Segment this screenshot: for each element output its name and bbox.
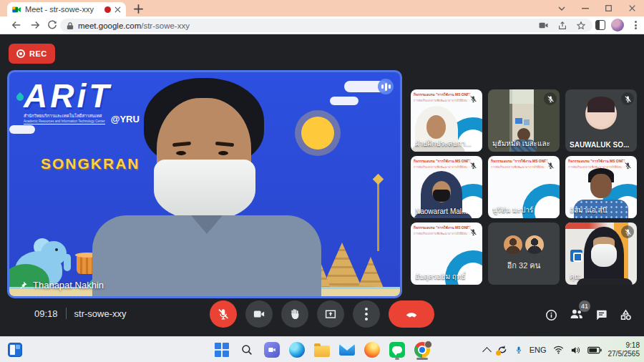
- line-app-icon[interactable]: [389, 340, 406, 360]
- address-bar[interactable]: meet.google.com/str-sowe-xxy: [60, 19, 592, 32]
- participant-name: นูรีฮัน มะปาร์: [492, 205, 533, 215]
- mail-icon[interactable]: [338, 340, 356, 360]
- participant-name: อับดุลรอฮิม ฤทธิ์: [415, 271, 466, 282]
- record-icon: [16, 49, 25, 58]
- participant-tile[interactable]: กิจกรรมอบรม "การใช้งาน MS ONEDRIVE" การจ…: [411, 222, 482, 285]
- activities-button[interactable]: [619, 308, 633, 322]
- taskbar-clock[interactable]: 9:18 27/5/2565: [608, 341, 640, 358]
- sync-status-icon[interactable]: [497, 344, 508, 356]
- divider: [66, 308, 67, 319]
- forward-button[interactable]: [29, 19, 42, 31]
- main-video-tile[interactable]: ARiT สำนักวิทยบริการและเทคโนโลยีสารสนเทศ…: [7, 70, 402, 298]
- bookmark-star-icon[interactable]: [576, 21, 586, 31]
- self-view-tile[interactable]: คุณ: [565, 222, 637, 285]
- url-text: meet.google.com/str-sowe-xxy: [78, 21, 190, 30]
- pinned-participant-label: Thanapat Nakhin: [18, 280, 104, 290]
- pin-icon: [18, 280, 28, 290]
- logo-subtitle: สำนักวิทยบริการและเทคโนโลยีสารสนเทศ Acad…: [24, 112, 105, 124]
- songkran-banner: SONGKRAN: [41, 155, 140, 172]
- logo-thai-text: สำนักวิทยบริการและเทคโนโลยีสารสนเทศ: [24, 112, 105, 119]
- participants-button[interactable]: 41: [569, 306, 584, 324]
- meeting-time: 09:18: [34, 308, 58, 319]
- meeting-info-button[interactable]: [545, 308, 558, 322]
- taskbar-center-icons: [213, 337, 431, 362]
- camera-button[interactable]: [245, 300, 273, 328]
- participant-tile[interactable]: กิจกรรมอบรม "การใช้งาน MS ONEDRIVE" การจ…: [411, 156, 482, 218]
- reload-button[interactable]: [46, 19, 59, 31]
- camera-in-use-icon[interactable]: [538, 20, 549, 31]
- participant-name: ฝ่ายฝึกประสบกา...: [415, 138, 472, 149]
- mic-muted-icon: [544, 159, 557, 172]
- participant-tile[interactable]: กิจกรรมอบรม "การใช้งาน MS ONEDRIVE" การจ…: [488, 156, 560, 218]
- speaker-face-mask: [154, 160, 255, 221]
- tab-recording-indicator: [104, 6, 111, 13]
- edge-browser-icon[interactable]: [288, 340, 306, 360]
- participant-tile[interactable]: กิจกรรมอบรม "การใช้งาน MS ONEDRIVE" การจ…: [565, 156, 637, 218]
- browser-tab-meet[interactable]: Meet - str-sowe-xxy: [7, 2, 126, 16]
- panel-controls: 41: [545, 306, 633, 324]
- participant-avatar: [585, 98, 617, 129]
- more-options-icon: [365, 308, 368, 321]
- url-domain: meet.google.com: [78, 21, 141, 30]
- participant-figure: [582, 227, 627, 285]
- meeting-details: 09:18 str-sowe-xxy: [34, 308, 127, 319]
- lock-icon: [67, 21, 74, 30]
- mic-muted-icon: [467, 159, 479, 172]
- background-logo: [570, 250, 582, 262]
- mic-mute-button[interactable]: [210, 300, 237, 328]
- browser-toolbar: meet.google.com/str-sowe-xxy: [0, 16, 644, 34]
- sun-decoration: [301, 117, 334, 150]
- participant-name: คุณ: [570, 271, 581, 282]
- more-options-button[interactable]: [353, 300, 380, 328]
- logo-yru-text: @YRU: [111, 114, 140, 124]
- volume-icon[interactable]: [570, 346, 581, 355]
- teams-chat-icon[interactable]: [263, 340, 280, 360]
- participant-tile[interactable]: มุฮัมหมัด เบสะและ: [488, 89, 560, 152]
- overflow-avatars: [504, 235, 544, 254]
- recording-badge[interactable]: REC: [9, 44, 55, 64]
- wifi-icon[interactable]: [553, 346, 564, 354]
- address-bar-icons: [538, 20, 586, 31]
- side-panel-icon[interactable]: [595, 20, 605, 30]
- main-participant-name: Thanapat Nakhin: [33, 280, 104, 290]
- profile-avatar[interactable]: [611, 19, 624, 31]
- close-window-button[interactable]: [620, 0, 644, 16]
- google-meet-icon: [12, 5, 21, 14]
- tab-close-icon[interactable]: [114, 6, 121, 13]
- mic-muted-icon: [467, 92, 479, 105]
- tab-search-icon[interactable]: [550, 0, 573, 16]
- battery-icon[interactable]: [587, 346, 602, 354]
- back-button[interactable]: [10, 19, 23, 31]
- share-icon[interactable]: [557, 21, 567, 31]
- participant-tile[interactable]: กิจกรรมอบรม "การใช้งาน MS ONEDRIVE" การจ…: [411, 89, 482, 152]
- participant-tile[interactable]: SAUWALUK SO...: [565, 89, 637, 152]
- firefox-icon[interactable]: [364, 340, 381, 360]
- overflow-tile[interactable]: อีก 32 คน: [488, 222, 560, 285]
- overflow-count-label: อีก 32 คน: [507, 259, 541, 272]
- window-controls: [550, 0, 644, 16]
- minimize-button[interactable]: [573, 0, 597, 16]
- new-tab-button[interactable]: [133, 4, 144, 14]
- participant-name: อัสมาแอ สบิ: [570, 205, 607, 215]
- widgets-icon[interactable]: [8, 343, 22, 357]
- avatar: [504, 235, 522, 254]
- browser-menu-icon[interactable]: [634, 19, 637, 31]
- chrome-icon[interactable]: [414, 340, 431, 360]
- raise-hand-button[interactable]: [281, 300, 308, 328]
- running-indicator: [395, 358, 399, 360]
- windows-taskbar: ENG 9:18 27/5/2565: [0, 336, 644, 362]
- chrome-profile-badge: [424, 341, 432, 348]
- language-indicator[interactable]: ENG: [530, 346, 547, 354]
- maximize-button[interactable]: [597, 0, 620, 16]
- hidden-icons-chevron[interactable]: [482, 347, 492, 356]
- microphone-tray-icon[interactable]: [514, 345, 523, 355]
- clock-date: 27/5/2565: [608, 350, 640, 358]
- chat-button[interactable]: [595, 308, 608, 322]
- leave-call-button[interactable]: [389, 300, 434, 328]
- present-screen-button[interactable]: [317, 300, 344, 328]
- search-button[interactable]: [238, 340, 255, 360]
- start-button[interactable]: [213, 340, 230, 360]
- file-explorer-icon[interactable]: [313, 340, 331, 360]
- recording-label: REC: [29, 49, 47, 58]
- participant-count-badge: 41: [579, 300, 590, 312]
